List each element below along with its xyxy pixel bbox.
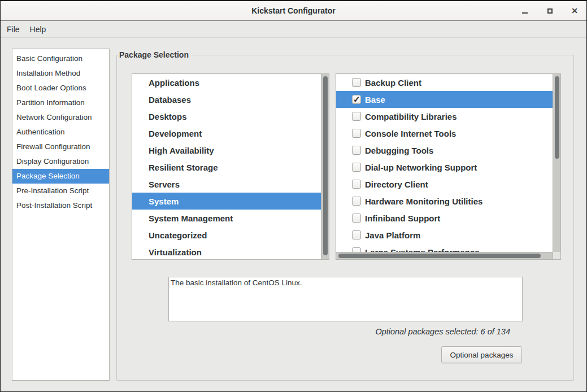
window-title: Kickstart Configurator xyxy=(251,6,336,15)
titlebar[interactable]: Kickstart Configurator ✕ xyxy=(1,1,586,21)
package-label: Compatibility Libraries xyxy=(365,112,457,121)
package-checkbox[interactable] xyxy=(352,214,361,223)
scrollbar-thumb[interactable] xyxy=(555,76,559,159)
category-label: Resilient Storage xyxy=(149,163,218,172)
package-label: Infiniband Support xyxy=(365,214,440,223)
package-label: Debugging Tools xyxy=(365,146,433,155)
package-list-hscrollbar[interactable] xyxy=(336,252,553,259)
category-row-development[interactable]: Development xyxy=(132,125,321,142)
sidebar-item-basic-configuration[interactable]: Basic Configuration xyxy=(12,51,109,66)
package-label: Console Internet Tools xyxy=(365,129,456,138)
main-content: Basic Configuration Installation Method … xyxy=(1,38,586,392)
package-checkbox[interactable] xyxy=(352,163,361,172)
sidebar-item-label: Basic Configuration xyxy=(16,54,82,63)
package-checkbox[interactable] xyxy=(352,78,361,87)
package-checkbox[interactable] xyxy=(352,180,361,189)
package-checkbox[interactable] xyxy=(352,197,361,206)
scrollbar-thumb[interactable] xyxy=(323,76,328,255)
sidebar-item-display-configuration[interactable]: Display Configuration xyxy=(12,154,109,169)
category-label: Development xyxy=(149,129,202,138)
category-row-applications[interactable]: Applications xyxy=(132,74,321,91)
section-list: Basic Configuration Installation Method … xyxy=(12,49,110,381)
sidebar-item-label: Authentication xyxy=(16,128,65,136)
package-label: Backup Client xyxy=(365,78,421,88)
category-label: Applications xyxy=(149,78,199,88)
sidebar-item-label: Boot Loader Options xyxy=(16,84,86,92)
sidebar-item-network-configuration[interactable]: Network Configuration xyxy=(12,110,109,125)
package-checkbox[interactable] xyxy=(352,95,361,104)
optional-packages-summary: Optional packages selected: 6 of 134 xyxy=(375,327,510,336)
close-button[interactable]: ✕ xyxy=(567,3,582,18)
category-label: System Management xyxy=(149,214,233,223)
package-row-dial-up-networking-support[interactable]: Dial-up Networking Support xyxy=(336,159,553,176)
close-icon: ✕ xyxy=(571,7,578,15)
menu-file[interactable]: File xyxy=(2,21,25,37)
package-checkbox[interactable] xyxy=(352,230,361,239)
package-list-vscrollbar[interactable] xyxy=(553,74,560,259)
package-list: Backup Client Base Compatibility Librari… xyxy=(336,73,561,260)
sidebar-item-boot-loader-options[interactable]: Boot Loader Options xyxy=(12,81,109,95)
category-label: Uncategorized xyxy=(149,230,207,240)
package-row-infiniband-support[interactable]: Infiniband Support xyxy=(336,210,553,227)
category-label: High Availability xyxy=(149,146,214,155)
package-row-compatibility-libraries[interactable]: Compatibility Libraries xyxy=(336,108,553,125)
scrollbar-thumb[interactable] xyxy=(338,254,541,258)
sidebar-item-installation-method[interactable]: Installation Method xyxy=(12,66,109,81)
category-row-resilient-storage[interactable]: Resilient Storage xyxy=(132,159,321,176)
menu-help[interactable]: Help xyxy=(25,21,51,37)
package-label: Hardware Monitoring Utilities xyxy=(365,197,482,206)
category-row-uncategorized[interactable]: Uncategorized xyxy=(132,227,321,243)
category-rows: Applications Databases Desktops Developm… xyxy=(132,74,321,259)
category-list: Applications Databases Desktops Developm… xyxy=(132,73,329,260)
window-controls: ✕ xyxy=(518,1,582,20)
category-label: Desktops xyxy=(149,112,187,121)
sidebar-item-label: Post-Installation Script xyxy=(16,201,92,210)
category-label: Virtualization xyxy=(149,247,202,257)
sidebar-item-pre-installation-script[interactable]: Pre-Installation Script xyxy=(12,184,109,198)
package-checkbox[interactable] xyxy=(352,112,361,121)
sidebar-item-authentication[interactable]: Authentication xyxy=(12,125,109,140)
sidebar-item-label: Firewall Configuration xyxy=(16,142,90,151)
kickstart-configurator-window: Kickstart Configurator ✕ File Help Basic… xyxy=(0,0,587,392)
category-list-vscrollbar[interactable] xyxy=(321,74,329,259)
category-label: System xyxy=(149,197,179,206)
category-label: Databases xyxy=(149,95,191,104)
scrollbar-corner xyxy=(553,252,560,259)
package-label: Base xyxy=(365,95,385,104)
package-description: The basic installation of CentOS Linux. xyxy=(168,277,523,321)
package-row-backup-client[interactable]: Backup Client xyxy=(336,74,553,91)
category-row-servers[interactable]: Servers xyxy=(132,176,321,193)
package-label: Java Platform xyxy=(365,230,420,240)
category-row-system[interactable]: System xyxy=(132,193,321,210)
minimize-button[interactable] xyxy=(518,3,532,18)
package-row-directory-client[interactable]: Directory Client xyxy=(336,176,553,193)
package-checkbox[interactable] xyxy=(352,146,361,155)
package-rows: Backup Client Base Compatibility Librari… xyxy=(336,74,553,259)
sidebar-item-post-installation-script[interactable]: Post-Installation Script xyxy=(12,198,109,213)
package-row-base[interactable]: Base xyxy=(336,91,553,108)
maximize-button[interactable] xyxy=(542,3,557,18)
package-row-java-platform[interactable]: Java Platform xyxy=(336,227,553,243)
package-row-hardware-monitoring-utilities[interactable]: Hardware Monitoring Utilities xyxy=(336,193,553,210)
package-label: Directory Client xyxy=(365,180,428,189)
frame-title: Package Selection xyxy=(118,50,191,60)
category-row-system-management[interactable]: System Management xyxy=(132,210,321,227)
package-checkbox[interactable] xyxy=(352,129,361,138)
sidebar-item-label: Package Selection xyxy=(16,172,80,180)
package-row-console-internet-tools[interactable]: Console Internet Tools xyxy=(336,125,553,142)
category-row-desktops[interactable]: Desktops xyxy=(132,108,321,125)
sidebar-item-firewall-configuration[interactable]: Firewall Configuration xyxy=(12,140,109,154)
category-row-high-availability[interactable]: High Availability xyxy=(132,142,321,159)
package-row-debugging-tools[interactable]: Debugging Tools xyxy=(336,142,553,159)
menubar: File Help xyxy=(1,21,586,38)
category-label: Servers xyxy=(149,180,180,189)
sidebar-item-label: Network Configuration xyxy=(16,113,92,121)
category-row-virtualization[interactable]: Virtualization xyxy=(132,243,321,260)
sidebar-item-label: Installation Method xyxy=(16,69,80,77)
optional-packages-button[interactable]: Optional packages xyxy=(441,346,522,363)
sidebar-item-label: Pre-Installation Script xyxy=(16,186,89,195)
sidebar-item-partition-information[interactable]: Partition Information xyxy=(12,95,109,110)
package-label: Dial-up Networking Support xyxy=(365,163,477,172)
category-row-databases[interactable]: Databases xyxy=(132,91,321,108)
sidebar-item-package-selection[interactable]: Package Selection xyxy=(12,169,109,184)
